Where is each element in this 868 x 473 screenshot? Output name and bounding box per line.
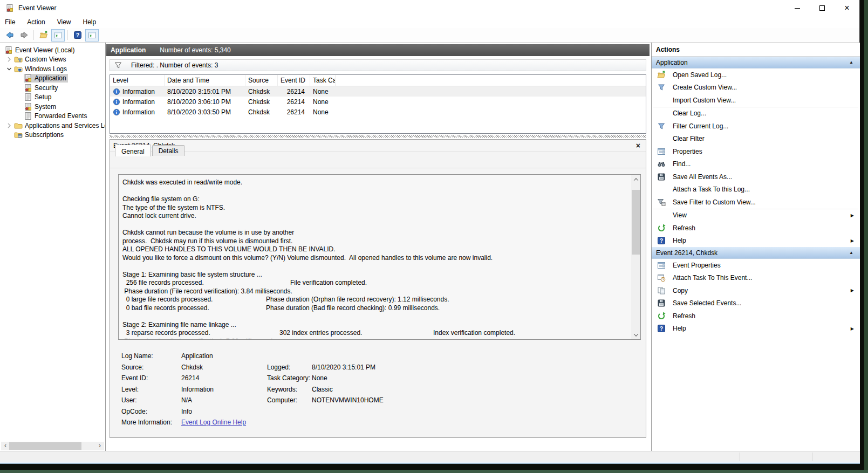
folder-open-icon xyxy=(39,31,48,39)
chevron-down-icon[interactable] xyxy=(4,65,14,73)
scroll-right-arrow-icon[interactable]: › xyxy=(95,442,104,450)
console-tree-toggle-button[interactable] xyxy=(51,29,65,42)
tab-details[interactable]: Details xyxy=(152,145,185,156)
level-text: Information xyxy=(122,88,155,95)
action-import-custom-view[interactable]: Import Custom View... xyxy=(652,94,860,107)
actions-section-header-event-26214-chkdsk[interactable]: Event 26214, Chkdsk▲ xyxy=(652,247,860,259)
status-separator xyxy=(812,453,812,461)
submenu-arrow-icon: ▶ xyxy=(851,213,854,218)
action-create-custom-view[interactable]: Create Custom View... xyxy=(652,81,860,94)
event-preview-header: Event 26214, Chkdsk × xyxy=(110,140,646,152)
sidebar-item-applications-and-services-lo[interactable]: Applications and Services Lo xyxy=(0,121,105,131)
tab-general[interactable]: General xyxy=(115,145,151,156)
message-segment: 3 reparse records processed. xyxy=(122,329,210,337)
sidebar-item-custom-views[interactable]: Custom Views xyxy=(0,55,105,65)
chevron-right-icon[interactable] xyxy=(4,121,14,130)
action-help[interactable]: Help▶ xyxy=(652,323,860,335)
action-refresh[interactable]: Refresh xyxy=(652,222,860,235)
sidebar-item-system[interactable]: System xyxy=(0,102,105,112)
actions-section-header-application[interactable]: Application▲ xyxy=(652,57,860,68)
table-row[interactable]: Information8/10/2020 3:06:10 PMChkdsk262… xyxy=(110,97,646,107)
detail-value: 8/10/2020 3:15:01 PM xyxy=(312,364,375,371)
message-segment: The type of the file system is NTFS. xyxy=(122,204,225,211)
column-header-event-id[interactable]: Event ID xyxy=(278,75,310,86)
event-log-icon xyxy=(24,102,32,111)
action-save-filter-to-custom-view[interactable]: Save Filter to Custom View... xyxy=(652,196,860,209)
menu-help[interactable]: Help xyxy=(83,17,102,28)
sidebar-item-forwarded-events[interactable]: Forwarded Events xyxy=(0,112,105,121)
collapse-icon[interactable]: ▲ xyxy=(849,60,853,65)
column-header-source[interactable]: Source xyxy=(245,75,278,86)
message-segment: 256 file records processed. xyxy=(122,279,204,286)
action-view[interactable]: View▶ xyxy=(652,209,860,222)
action-event-properties[interactable]: Event Properties xyxy=(652,259,860,272)
menu-file[interactable]: File xyxy=(5,17,20,28)
forward-button[interactable] xyxy=(17,29,31,42)
chevron-right-icon[interactable] xyxy=(4,55,14,64)
scroll-left-arrow-icon[interactable]: ‹ xyxy=(1,442,10,450)
action-attach-task-to-this-event[interactable]: Attach Task To This Event... xyxy=(652,272,860,285)
action-filter-current-log[interactable]: Filter Current Log... xyxy=(652,120,860,133)
scroll-down-button[interactable] xyxy=(631,330,640,339)
properties-icon xyxy=(657,261,666,270)
action-label: Filter Current Log... xyxy=(673,122,728,130)
minimize-button[interactable] xyxy=(785,0,810,16)
message-line xyxy=(122,312,626,321)
help-icon xyxy=(73,31,82,39)
cell-level: Information xyxy=(110,108,165,116)
sidebar-item-security[interactable]: Security xyxy=(0,83,105,93)
log-view-panel: Application Number of events: 5,340 Filt… xyxy=(106,43,651,451)
event-log-online-help-link[interactable]: Event Log Online Help xyxy=(181,419,246,426)
action-copy[interactable]: Copy▶ xyxy=(652,284,860,297)
sidebar-item-setup[interactable]: Setup xyxy=(0,93,105,102)
message-vertical-scrollbar[interactable] xyxy=(631,175,640,339)
action-refresh[interactable]: Refresh xyxy=(652,310,860,323)
screen: { "window": { "title": "Event Viewer", "… xyxy=(0,0,868,473)
menu-action[interactable]: Action xyxy=(27,17,50,28)
level-text: Information xyxy=(122,108,155,116)
menu-view[interactable]: View xyxy=(57,17,77,28)
level-text: Information xyxy=(122,98,155,106)
help-button[interactable] xyxy=(71,29,84,42)
maximize-button[interactable] xyxy=(810,0,835,16)
sidebar-item-subscriptions[interactable]: Subscriptions xyxy=(0,131,105,140)
open-saved-log-button[interactable] xyxy=(37,29,50,42)
scrollbar-thumb[interactable] xyxy=(9,442,81,450)
action-attach-a-task-to-this-log[interactable]: Attach a Task To this Log... xyxy=(652,183,860,196)
back-button[interactable] xyxy=(3,29,16,42)
scrollbar-thumb[interactable] xyxy=(632,190,640,255)
action-pane-toggle-button[interactable] xyxy=(85,29,99,42)
cell-level: Information xyxy=(110,88,165,95)
pane-splitter[interactable] xyxy=(110,135,646,138)
preview-close-icon[interactable]: × xyxy=(636,141,640,150)
collapse-icon[interactable]: ▲ xyxy=(849,250,853,255)
expander-slot xyxy=(14,112,24,120)
cell-datetime: 8/10/2020 3:06:10 PM xyxy=(165,98,245,106)
sidebar-item-event-viewer-local[interactable]: Event Viewer (Local) xyxy=(0,45,105,55)
table-row[interactable]: Information8/10/2020 3:03:50 PMChkdsk262… xyxy=(110,107,646,117)
scroll-up-button[interactable] xyxy=(631,175,640,184)
column-header-task-ca[interactable]: Task Ca... xyxy=(310,75,336,86)
action-save-all-events-as[interactable]: Save All Events As... xyxy=(652,170,860,183)
message-line: 0 bad file records processed.Phase durat… xyxy=(122,304,626,313)
table-row[interactable]: Information8/10/2020 3:15:01 PMChkdsk262… xyxy=(110,86,646,97)
action-find[interactable]: Find... xyxy=(652,158,860,171)
folder-open-icon xyxy=(657,71,666,79)
action-clear-log[interactable]: Clear Log... xyxy=(652,107,860,120)
action-clear-filter[interactable]: Clear Filter xyxy=(652,133,860,146)
close-button[interactable]: × xyxy=(835,0,859,16)
event-details-grid: Log Name:ApplicationSource:ChkdskLogged:… xyxy=(121,351,639,429)
column-header-date-and-time[interactable]: Date and Time xyxy=(165,75,245,86)
sidebar-item-windows-logs[interactable]: Windows Logs xyxy=(0,64,105,74)
action-open-saved-log[interactable]: Open Saved Log... xyxy=(652,68,860,81)
column-header-level[interactable]: Level xyxy=(110,75,165,86)
tree-horizontal-scrollbar[interactable]: ‹ › xyxy=(1,442,104,450)
action-properties[interactable]: Properties xyxy=(652,145,860,158)
message-segment: Stage 2: Examining file name linkage ... xyxy=(122,321,236,328)
action-help[interactable]: Help▶ xyxy=(652,235,860,248)
content-area: Event Viewer (Local)Custom ViewsWindows … xyxy=(0,43,860,451)
sidebar-item-application[interactable]: Application xyxy=(0,74,105,84)
event-message-box[interactable]: Chkdsk was executed in read/write mode.C… xyxy=(118,174,641,340)
message-segment: Phase duration (Bad file record checking… xyxy=(266,304,440,312)
action-save-selected-events[interactable]: Save Selected Events... xyxy=(652,297,860,310)
